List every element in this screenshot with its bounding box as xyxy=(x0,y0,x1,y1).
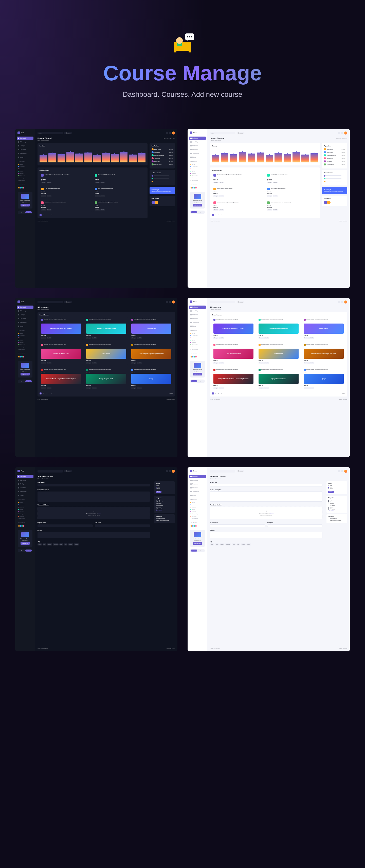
nav-item[interactable]: Library xyxy=(189,324,206,328)
search-input[interactable] xyxy=(210,470,235,472)
course-card[interactable]: Bootstrap 5 Course: The Complete Guide S… xyxy=(85,342,128,365)
author-row[interactable]: Adrian Stewart$715.00 xyxy=(152,148,173,150)
add-category-link[interactable]: +Add category xyxy=(189,179,206,181)
course-card[interactable]: Bootstrap 5 Course: The Complete Guide S… xyxy=(302,317,345,340)
author-row[interactable]: Adrian Stewart$715.00 xyxy=(324,148,345,150)
course-card[interactable]: Bootstrap 5 Course: The Complete Guide S… xyxy=(302,367,345,391)
tag-chip[interactable]: tailwind xyxy=(219,544,224,546)
category-item[interactable]: e-commerce xyxy=(17,165,33,168)
category-item[interactable]: Marketing xyxy=(17,515,33,517)
sale-price-input[interactable] xyxy=(95,524,150,527)
browse-button[interactable]: ☰ Browse xyxy=(64,132,72,134)
notification-icon[interactable] xyxy=(338,132,340,134)
add-category-link[interactable]: +Add category xyxy=(17,348,33,350)
show-count[interactable]: Show 10 xyxy=(169,393,173,394)
category-checkbox[interactable]: Photography xyxy=(328,508,346,509)
upgrade-button[interactable]: Upgrade Now xyxy=(21,542,30,545)
tag-chip[interactable]: angular xyxy=(68,544,73,546)
course-card[interactable]: Social Media Marketing with SEO Masterin… xyxy=(266,200,318,212)
author-row[interactable]: Cameron Williamson$480.00 xyxy=(324,154,345,156)
upgrade-button[interactable]: Upgrade Now xyxy=(21,204,30,207)
nav-item[interactable]: Jobs listing xyxy=(17,478,33,482)
upgrade-button[interactable]: Upgrade Now xyxy=(21,373,30,375)
author-row[interactable]: John Stinson$452.00 xyxy=(324,157,345,159)
brand[interactable]: Frox xyxy=(189,470,206,472)
nav-item[interactable]: Jobs listing xyxy=(189,141,206,144)
course-card[interactable]: Bootstrap 5 Course: The Complete Guide S… xyxy=(212,342,255,365)
category-checkbox[interactable]: Marketing xyxy=(156,503,173,504)
brand[interactable]: Frox xyxy=(17,301,33,303)
page-1[interactable]: 1 xyxy=(39,214,41,216)
show-count[interactable]: Show 10 xyxy=(342,393,345,394)
category-item[interactable]: fashion xyxy=(17,170,33,172)
category-checkbox[interactable]: Business xyxy=(156,507,173,508)
category-item[interactable]: startup xyxy=(189,163,206,165)
message-icon[interactable] xyxy=(341,132,343,134)
course-card[interactable]: Complete CSS 3 Fundamental Guide★★★★★$50… xyxy=(93,173,146,185)
nav-item[interactable]: Employers xyxy=(17,313,33,316)
category-item[interactable]: Photography xyxy=(189,513,206,515)
tag-chip[interactable]: nodejs xyxy=(246,544,251,546)
message-icon[interactable] xyxy=(341,470,343,472)
course-card[interactable]: Bootstrap 5 Course: The Complete Guide S… xyxy=(130,367,173,391)
category-item[interactable]: personal xyxy=(189,510,206,513)
category-item[interactable]: Photography xyxy=(17,175,33,177)
course-card[interactable]: Social Media Marketing with SEO Masterin… xyxy=(93,200,146,212)
category-item[interactable]: Marketing xyxy=(189,346,206,348)
description-input[interactable] xyxy=(210,492,323,502)
search-input[interactable] xyxy=(37,470,63,472)
browse-button[interactable]: ☰ Browse xyxy=(237,301,244,303)
course-card[interactable]: HTML Complete beginners course★★★★★$500.… xyxy=(212,186,264,198)
nav-item[interactable]: Dashboard xyxy=(17,475,33,478)
status-private[interactable]: Private xyxy=(328,488,346,489)
nav-item[interactable]: Candidates xyxy=(189,317,206,320)
light-mode-option[interactable]: ☀ xyxy=(19,211,25,213)
category-item[interactable]: Marketing xyxy=(189,177,206,179)
category-item[interactable]: e-commerce xyxy=(17,504,33,506)
lesson-row[interactable] xyxy=(152,175,173,177)
status-public[interactable]: Public xyxy=(328,487,346,488)
nav-item[interactable]: Transactions xyxy=(189,152,206,155)
course-card[interactable]: PHP Complete beginners course★★★★★$500.0… xyxy=(266,186,318,198)
search-input[interactable]: Search xyxy=(37,132,63,134)
course-card[interactable]: Bootstrap 5 Course: The Complete Guide S… xyxy=(39,317,83,340)
notification-icon[interactable] xyxy=(166,470,168,472)
nav-item[interactable]: Dashboard xyxy=(17,306,33,309)
category-item[interactable]: Marketing xyxy=(17,177,33,179)
category-item[interactable]: fashion xyxy=(17,339,33,341)
upgrade-button[interactable]: Upgrade Now xyxy=(193,373,202,375)
nav-item[interactable]: Transactions xyxy=(189,321,206,324)
status-draft[interactable]: Draft xyxy=(328,485,346,486)
nav-item[interactable]: Transactions xyxy=(17,152,33,155)
search-input[interactable] xyxy=(37,301,63,303)
category-item[interactable]: personal xyxy=(17,172,33,175)
light-mode-option[interactable]: ☀ xyxy=(191,211,197,213)
date-range[interactable]: Feb 15, 2021 - Feb 21, 2021 xyxy=(164,138,175,139)
user-avatar[interactable] xyxy=(172,131,175,134)
category-item[interactable]: startup xyxy=(17,163,33,165)
browse-button[interactable]: ☰ Browse xyxy=(64,470,72,472)
nav-item[interactable]: Dashboard xyxy=(189,306,206,309)
excerpt-input[interactable] xyxy=(210,532,323,538)
notification-icon[interactable] xyxy=(166,301,168,303)
nav-item[interactable]: Employers xyxy=(17,483,33,486)
category-item[interactable]: e-commerce xyxy=(189,504,206,506)
status-private[interactable]: Private xyxy=(156,488,173,489)
course-card[interactable]: Bootstrap 5 Course: The Complete Guide S… xyxy=(85,367,128,391)
course-card[interactable]: Advanced SEO techniques Mastering Backli… xyxy=(39,200,92,212)
add-cat-link[interactable]: + Add category xyxy=(328,510,346,511)
notification-icon[interactable] xyxy=(338,470,340,472)
regular-price-input[interactable] xyxy=(37,524,93,527)
nav-item[interactable]: Jobs listing xyxy=(189,478,206,482)
add-cat-link[interactable]: + Add category xyxy=(156,510,173,511)
lesson-row[interactable] xyxy=(152,181,173,182)
category-item[interactable]: personal xyxy=(17,341,33,344)
brand[interactable]: Frox xyxy=(17,131,33,134)
category-item[interactable]: personal xyxy=(189,341,206,344)
thumbnail-dropzone[interactable]: ⬆ Drop your image here, or browse Suppor… xyxy=(210,507,323,519)
nav-item[interactable]: Library xyxy=(189,156,206,159)
category-item[interactable]: Photography xyxy=(189,175,206,177)
excerpt-input[interactable] xyxy=(37,532,150,538)
category-item[interactable]: startup xyxy=(189,332,206,335)
tag-chip[interactable]: react xyxy=(59,544,63,546)
